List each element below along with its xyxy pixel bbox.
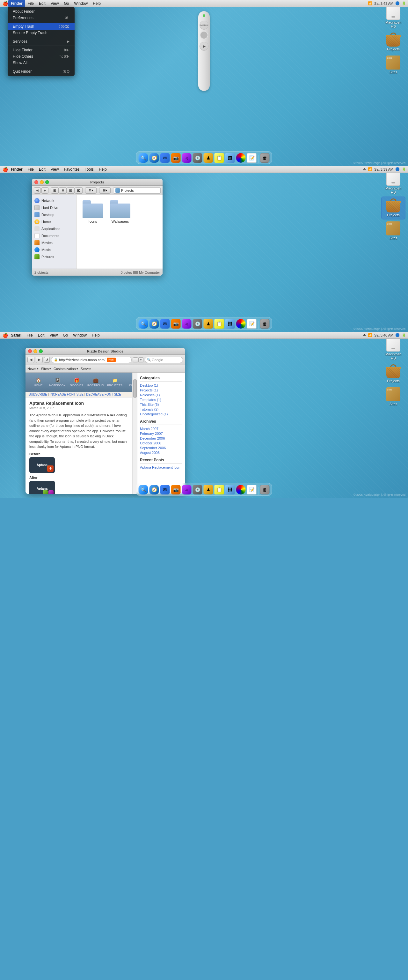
category-uncategorized[interactable]: Uncategorized (1) [140,412,182,416]
safari-close-btn[interactable] [28,349,32,353]
sites-icon-3[interactable]: Sites [382,386,405,407]
forward-button[interactable]: ▶ [41,187,48,194]
bm-customization[interactable]: Customization [54,367,78,371]
icons-folder[interactable]: Icons [82,200,104,223]
dock-finder-2[interactable]: 🔍 [138,319,149,329]
hide-others-item[interactable]: Hide Others ⌥⌘H [8,53,75,60]
projects-icon-2[interactable]: Projects [382,197,405,218]
column-view-btn[interactable]: ⊟ [67,187,75,194]
file-menu-item[interactable]: File [25,0,37,7]
dock-cp-2[interactable] [236,319,246,329]
category-templates[interactable]: Templates (1) [140,398,182,402]
dock-cp-3[interactable] [236,485,246,495]
window-menu-item-3[interactable]: Window [70,332,89,339]
window-menu-item[interactable]: Window [72,0,90,7]
sidebar-item-applications[interactable]: Applications [32,225,76,232]
show-all-item[interactable]: Show All [8,60,75,66]
safari-back-btn[interactable]: ◀ [27,356,35,363]
dock-preview-2[interactable]: 🖼 [225,319,235,329]
category-desktop[interactable]: Desktop (1) [140,383,182,387]
macintosh-hd-icon-3[interactable]: Macintosh HD [382,335,405,362]
sidebar-item-harddrive[interactable]: Hard Drive [32,204,76,211]
go-menu-item-3[interactable]: Go [60,332,70,339]
nav-home[interactable]: 🏠 HOME [29,376,48,388]
dock-mail[interactable]: ✉ [160,153,170,163]
remote-play-btn[interactable]: ▶ [200,42,208,51]
back-button[interactable]: ◀ [34,187,41,194]
maximize-button[interactable] [45,180,49,184]
customize-button[interactable]: ⊞▾ [99,187,111,194]
safari-min-btn[interactable] [33,349,37,353]
empty-trash-item[interactable]: Empty Trash ⇧⌘⌫ [8,23,75,30]
dock-safari[interactable]: 🧭 [149,153,159,163]
bm-sites[interactable]: Sites [41,367,51,371]
file-menu-item-2[interactable]: File [25,166,37,173]
archive-march-2007[interactable]: March 2007 [140,427,182,431]
safari-search-bar[interactable]: 🔍 Google [145,356,183,363]
sites-icon-2[interactable]: Sites [382,220,405,242]
help-menu-item-3[interactable]: Help [89,332,102,339]
dock-safari-3[interactable]: 🧭 [149,485,159,495]
action-button[interactable]: ⚙▾ [85,187,97,194]
scrollbar-thumb[interactable] [133,379,137,398]
recent-post-1[interactable]: Aptana Replacement Icon [140,465,182,469]
dock-trash-3[interactable]: 🗑 [260,485,270,495]
dock-mail-3[interactable]: ✉ [160,485,170,495]
view-menu-item-2[interactable]: View [48,166,62,173]
remote-scroll-ring[interactable] [200,31,208,39]
dock-preview-3[interactable]: 🖼 [225,485,235,495]
wallpapers-folder[interactable]: Wallpapers [109,200,131,223]
dock-stickies-2[interactable]: 📋 [214,319,224,329]
dock-itunes[interactable]: ♫ [182,153,192,163]
dock-iphoto-2[interactable]: 📷 [171,319,181,329]
macintosh-hd-icon[interactable]: Macintosh HD [382,3,405,30]
dock-chess-3[interactable]: ♟ [203,485,214,495]
url-bar[interactable]: 🔒 http://rizzlestudios.mooo.com/ RSS [51,356,132,363]
edit-menu-item-3[interactable]: Edit [35,332,47,339]
preferences-item[interactable]: Preferences... ⌘, [8,15,75,21]
category-thissite[interactable]: This Site (5) [140,402,182,406]
finder-menu-item-2[interactable]: Finder [8,166,25,173]
dock-iphoto[interactable]: 📷 [171,153,181,163]
category-tutorials[interactable]: Tutorials (2) [140,407,182,411]
decrease-font-link[interactable]: DECREASE FONT SIZE [86,393,121,396]
favorites-menu-item[interactable]: Favorites [62,166,82,173]
edit-menu-item-2[interactable]: Edit [37,166,48,173]
edit-menu-item[interactable]: Edit [37,0,48,7]
dock-preview[interactable]: 🖼 [225,153,235,163]
quit-finder-item[interactable]: Quit Finder ⌘Q [8,68,75,75]
dock-iphoto-3[interactable]: 📷 [171,485,181,495]
go-menu-item[interactable]: Go [62,0,72,7]
rss-badge[interactable]: RSS [107,358,116,362]
icon-view-btn[interactable]: ⊞ [51,187,59,194]
view-menu-item-3[interactable]: View [47,332,60,339]
archive-august-2006[interactable]: August 2006 [140,451,182,455]
dock-itunes-2[interactable]: ♫ [182,319,192,329]
nav-portfolio[interactable]: 💼 PORTFOLIO [86,376,105,388]
safari-forward-btn[interactable]: ▶ [36,356,43,363]
nav-projects[interactable]: 📁 PROJECTS [105,376,124,388]
dock-mail-2[interactable]: ✉ [160,319,170,329]
help-menu-item-2[interactable]: Help [96,166,110,173]
apple-menu-3[interactable]: 🍎 [2,332,8,339]
safari-reload-btn[interactable]: ↺ [44,357,50,363]
increase-font-link[interactable]: INCREASE FONT SIZE [50,393,84,396]
view-menu-item[interactable]: View [48,0,62,7]
services-item[interactable]: Services [8,38,75,45]
sidebar-item-home[interactable]: 🏠 Home [32,218,76,225]
sidebar-item-music[interactable]: Music [32,246,76,253]
dock-safari-2[interactable]: 🧭 [149,319,159,329]
flow-view-btn[interactable]: ⊠ [75,187,83,194]
bm-server[interactable]: Server [81,367,91,371]
remote-menu-btn[interactable]: MENU [200,21,208,30]
sidebar-item-network[interactable]: Network [32,197,76,204]
tools-menu-item[interactable]: Tools [82,166,96,173]
close-button[interactable] [35,180,38,184]
sidebar-item-desktop[interactable]: Desktop [32,211,76,218]
sidebar-item-documents[interactable]: Documents [32,232,76,239]
dock-te-2[interactable]: 📝 [247,319,257,329]
list-view-btn[interactable]: ≡ [59,187,67,194]
dock-dvd-3[interactable]: 💿 [192,485,203,495]
minimize-button[interactable] [40,180,44,184]
apple-menu[interactable]: 🍎 [2,0,8,7]
